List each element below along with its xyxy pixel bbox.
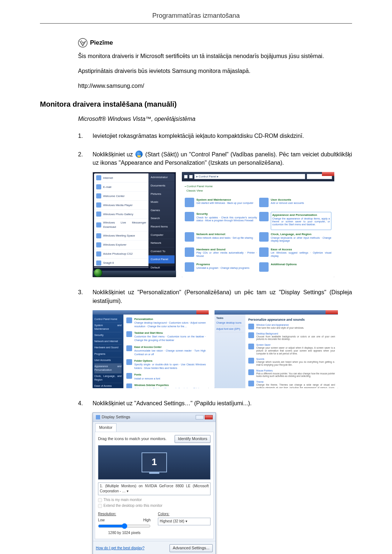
- figure-2-appearance: Control Panel Home System and Maintenanc…: [93, 310, 209, 388]
- printer-icon: [185, 247, 194, 257]
- close-icon[interactable]: [205, 415, 213, 419]
- start-right-item[interactable]: Connect To: [148, 247, 175, 256]
- identify-monitors-button[interactable]: Identify Monitors: [175, 435, 211, 443]
- sidebar-link[interactable]: Windows Sidebar PropertiesAdd gadgets to…: [126, 383, 206, 388]
- taskbar-link[interactable]: Taskbar and Start MenuCustomize the Star…: [126, 331, 206, 342]
- note-text-1: Šis monitora draiveris ir Microsoft sert…: [78, 52, 352, 60]
- start-right-control-panel[interactable]: Control Panel: [148, 255, 175, 264]
- personalization-link[interactable]: PersonalizationChange desktop background…: [126, 317, 206, 328]
- cp-additional[interactable]: Additional Options: [259, 262, 331, 274]
- photoshop-icon: [96, 251, 101, 257]
- desktopbg-link[interactable]: Desktop BackgroundChoose from available …: [248, 332, 335, 341]
- appearance-main: PersonalizationChange desktop background…: [123, 315, 209, 388]
- close-icon[interactable]: [326, 310, 338, 314]
- resolution-slider[interactable]: [98, 523, 151, 529]
- help-link[interactable]: How do I get the best display?: [96, 546, 144, 551]
- monitor-preview[interactable]: 1: [98, 445, 211, 480]
- minimize-icon[interactable]: [196, 415, 204, 419]
- wmp-icon: [96, 202, 101, 208]
- start-right-item[interactable]: Network: [148, 239, 175, 247]
- start-right-item[interactable]: Administrator: [148, 173, 175, 182]
- cp-classic[interactable]: Classic View: [186, 189, 203, 192]
- back-icon[interactable]: [184, 175, 188, 178]
- section-heading: Monitora draivera instalēšana (manuāli): [40, 99, 352, 110]
- sidebar-item[interactable]: Change desktop icons: [216, 320, 244, 326]
- start-menu-left: Internet E-mail Welcome Center Windows M…: [94, 173, 148, 266]
- start-item[interactable]: Adobe Photoshop CS2: [94, 250, 148, 259]
- cp-ease[interactable]: Ease of AccessLet Windows suggest settin…: [259, 247, 331, 260]
- start-item[interactable]: Windows Live Messenger Download: [94, 219, 148, 231]
- start-item[interactable]: Windows Meeting Space: [94, 231, 148, 241]
- ie-icon: [96, 175, 101, 180]
- cp-hardware[interactable]: Hardware and SoundPlay CDs or other medi…: [185, 247, 257, 260]
- tab-monitor[interactable]: Monitor: [95, 423, 117, 432]
- cp-home[interactable]: Control Panel Home: [187, 185, 213, 188]
- sidebar-icon: [126, 383, 132, 388]
- start-item[interactable]: SnagIt 8: [94, 259, 148, 268]
- step-1: Ievietojiet rokasgrāmatas komplektācijā …: [78, 132, 352, 140]
- sound-icon: [248, 358, 254, 364]
- step-2a: Noklikšķiniet uz: [93, 151, 135, 157]
- monitor-dropdown[interactable]: 1. (Multiple Monitors) on NVIDIA GeForce…: [98, 483, 211, 495]
- users-icon: [259, 198, 269, 207]
- cp-system[interactable]: System and MaintenanceGet started with W…: [185, 198, 257, 210]
- sidebar-item[interactable]: Adjust font size (DPI): [216, 326, 244, 332]
- shield-icon: [185, 212, 194, 221]
- start-right-item[interactable]: Search: [148, 214, 175, 223]
- tasks-label: Tasks: [216, 316, 244, 320]
- folder-link[interactable]: Folder OptionsSpecify single- or double-…: [126, 359, 206, 370]
- cp-network[interactable]: Network and InternetView network status …: [185, 232, 257, 245]
- sidebar-item[interactable]: System and Maintenance: [94, 323, 122, 332]
- cp-clock[interactable]: Clock, Language, and RegionChange keyboa…: [259, 232, 331, 245]
- cp-appearance[interactable]: Appearance and PersonalizationChange the…: [259, 212, 331, 230]
- sidebar-item[interactable]: Clock, Language, and Region: [94, 373, 122, 383]
- sidebar-item[interactable]: Ease of Access: [94, 383, 122, 388]
- close-icon[interactable]: [322, 172, 334, 176]
- cp-user-accounts[interactable]: User AccountsAdd or remove user accounts: [259, 198, 331, 210]
- ease-link[interactable]: Ease of Access CenterAccommodate low vis…: [126, 345, 206, 356]
- breadcrumb[interactable]: ▸ Control Panel ▸: [194, 174, 305, 179]
- screensaver-link[interactable]: Screen SaverChange your screen saver or …: [248, 344, 335, 355]
- fonts-link[interactable]: FontsInstall or remove a font: [126, 373, 206, 380]
- start-right-item[interactable]: Documents: [148, 182, 175, 190]
- sidebar-item[interactable]: Hardware and Sound: [94, 345, 122, 351]
- start-right-item[interactable]: Computer: [148, 231, 175, 239]
- programs-icon: [185, 262, 194, 272]
- start-item[interactable]: Windows Media Player: [94, 201, 148, 210]
- clock-icon: [259, 232, 269, 242]
- start-item[interactable]: Welcome Center: [94, 192, 148, 201]
- start-right-item[interactable]: Music: [148, 198, 175, 206]
- sidebar-item[interactable]: Security: [94, 332, 122, 338]
- sidebar-item[interactable]: User Accounts: [94, 357, 122, 364]
- messenger-icon: [96, 222, 101, 227]
- monitor-1[interactable]: 1: [142, 452, 167, 472]
- explorer-icon: [96, 242, 101, 247]
- welcome-icon: [96, 193, 101, 198]
- start-right-item[interactable]: Games: [148, 206, 175, 215]
- taskbar-icon: [126, 331, 132, 337]
- cp-security[interactable]: SecurityCheck for updates · Check this c…: [185, 212, 257, 230]
- note-icon: [78, 38, 87, 48]
- advanced-settings-button[interactable]: Advanced Settings...: [170, 544, 213, 552]
- start-right-item[interactable]: Pictures: [148, 190, 175, 198]
- theme-link[interactable]: ThemeChange the theme. Themes can change…: [248, 381, 335, 388]
- colors-dropdown[interactable]: Highest (32 bit) ▾: [158, 518, 211, 525]
- forward-icon[interactable]: [189, 175, 193, 178]
- wincolor-link[interactable]: Window Color and AppearanceFine tune the…: [248, 324, 335, 329]
- start-button[interactable]: [94, 268, 102, 277]
- sidebar-item[interactable]: Control Panel Home: [94, 316, 122, 323]
- start-item[interactable]: E-mail: [94, 182, 148, 192]
- sidebar-item[interactable]: Appearance and Personalization: [94, 364, 122, 373]
- sounds-link[interactable]: SoundsChange which sounds are heard when…: [248, 358, 335, 366]
- sidebar-item[interactable]: Network and Internet: [94, 338, 122, 345]
- snagit-icon: [96, 260, 101, 266]
- start-item[interactable]: Windows Explorer: [94, 241, 148, 250]
- mouse-link[interactable]: Mouse PointersPick a different mouse poi…: [248, 369, 335, 378]
- sidebar-item[interactable]: Programs: [94, 351, 122, 357]
- start-item[interactable]: Internet: [94, 173, 148, 182]
- close-icon[interactable]: [196, 310, 209, 314]
- start-right-item[interactable]: Recent Items: [148, 223, 175, 231]
- cp-programs[interactable]: ProgramsUninstall a program · Change sta…: [185, 262, 257, 274]
- start-item[interactable]: Windows Photo Gallery: [94, 210, 148, 219]
- note-text-2: Apstiprinātais draiveris būs ievietots S…: [78, 67, 352, 75]
